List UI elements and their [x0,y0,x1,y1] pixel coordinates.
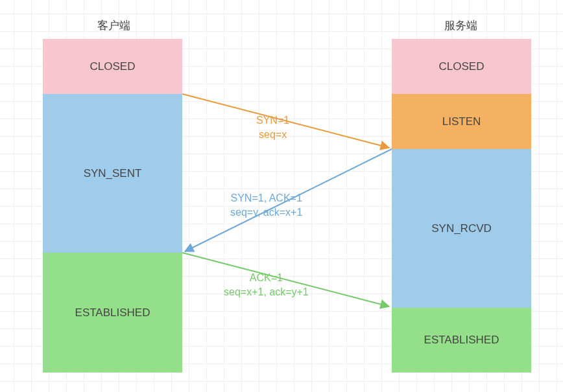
client-state-closed: CLOSED [43,39,182,94]
msg-ack-line1: ACK=1 [224,271,309,285]
msg-syn-line2: seq=x [256,128,289,142]
msg-syn-line1: SYN=1 [256,113,289,128]
msg-ack: ACK=1 seq=x+1, ack=y+1 [224,271,309,299]
client-column: CLOSED SYN_SENT ESTABLISHED [43,39,182,373]
msg-syn: SYN=1 seq=x [256,113,289,142]
msg-synack-line1: SYN=1, ACK=1 [230,191,302,205]
server-column: CLOSED LISTEN SYN_RCVD ESTABLISHED [392,39,531,373]
msg-synack-line2: seq=y, ack=x+1 [230,205,302,220]
server-state-listen: LISTEN [392,94,531,149]
client-state-established: ESTABLISHED [43,253,182,373]
msg-ack-line2: seq=x+1, ack=y+1 [224,285,309,299]
client-heading: 客户端 [81,18,146,33]
msg-synack: SYN=1, ACK=1 seq=y, ack=x+1 [230,191,302,220]
server-state-established: ESTABLISHED [392,308,531,373]
server-state-syn-rcvd: SYN_RCVD [392,149,531,308]
server-heading: 服务端 [428,18,493,33]
client-state-syn-sent: SYN_SENT [43,94,182,253]
server-state-closed: CLOSED [392,39,531,94]
